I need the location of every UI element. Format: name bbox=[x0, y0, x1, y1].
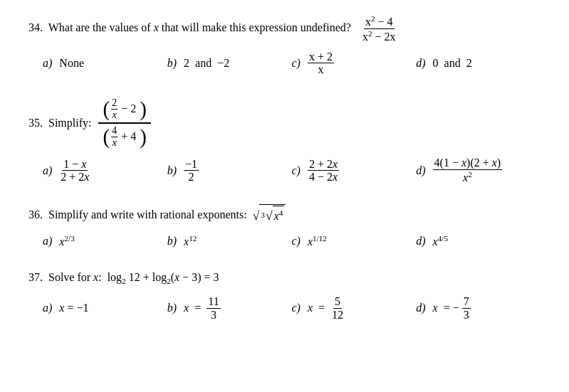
q36-expression: √ 3√ x4 bbox=[253, 208, 286, 221]
q34-answer-a: a) None bbox=[43, 57, 167, 70]
q35-number: 35. Simplify: bbox=[28, 114, 91, 132]
q36-number: 36. Simplify and write with rational exp… bbox=[28, 208, 250, 221]
q36-title: 36. Simplify and write with rational exp… bbox=[28, 204, 541, 227]
question-37: 37. Solve for x: log2 12 + log2(x − 3) =… bbox=[28, 268, 541, 321]
q34-answers: a) None b) 2 and −2 c) x + 2 x d) 0 and … bbox=[43, 51, 541, 76]
q36-answer-c: c) x1/12 bbox=[292, 234, 417, 248]
q35-answer-c: c) 2 + 2x 4 − 2x bbox=[292, 158, 417, 184]
q36-answer-a: a) x2/3 bbox=[43, 234, 167, 248]
q35-expression: ( 2 x − 2 ) ( 4 x bbox=[98, 96, 150, 149]
q36-answers: a) x2/3 b) x12 c) x1/12 d) x4/5 bbox=[43, 234, 541, 248]
q37-number: 37. Solve for x: log2 12 + log2(x − 3) =… bbox=[28, 271, 219, 283]
question-35: 35. Simplify: ( 2 x − 2 ) bbox=[28, 96, 541, 184]
q35-answer-d: d) 4(1 − x)(2 + x) x2 bbox=[416, 157, 541, 184]
question-34: 34. What are the values of x that will m… bbox=[28, 14, 541, 76]
q34-number: 34. What are the values of x that will m… bbox=[28, 21, 354, 33]
q37-title: 37. Solve for x: log2 12 + log2(x − 3) =… bbox=[28, 268, 541, 288]
q37-answers: a) x = −1 b) x = 11 3 c) x = 5 12 bbox=[43, 295, 541, 321]
q37-answer-c: c) x = 5 12 bbox=[292, 295, 417, 321]
q34-answer-b: b) 2 and −2 bbox=[167, 57, 292, 70]
q37-answer-d: d) x = − 7 3 bbox=[416, 295, 541, 321]
q36-answer-b: b) x12 bbox=[167, 234, 292, 248]
q35-answer-a: a) 1 − x 2 + 2x bbox=[43, 158, 167, 184]
q34-title: 34. What are the values of x that will m… bbox=[28, 14, 541, 43]
q35-answer-b: b) −1 2 bbox=[167, 158, 292, 184]
q34-answer-d: d) 0 and 2 bbox=[416, 57, 541, 70]
q34-answer-c: c) x + 2 x bbox=[292, 51, 417, 76]
q36-answer-d: d) x4/5 bbox=[416, 234, 541, 248]
q37-answer-b: b) x = 11 3 bbox=[167, 295, 292, 321]
q37-answer-a: a) x = −1 bbox=[43, 302, 167, 314]
q35-answers: a) 1 − x 2 + 2x b) −1 2 c) 2 + 2x 4 − 2x… bbox=[43, 157, 541, 184]
question-36: 36. Simplify and write with rational exp… bbox=[28, 204, 541, 248]
q35-title: 35. Simplify: ( 2 x − 2 ) bbox=[28, 96, 541, 149]
q34-expression: x2 − 4 x2 − 2x bbox=[361, 14, 397, 43]
